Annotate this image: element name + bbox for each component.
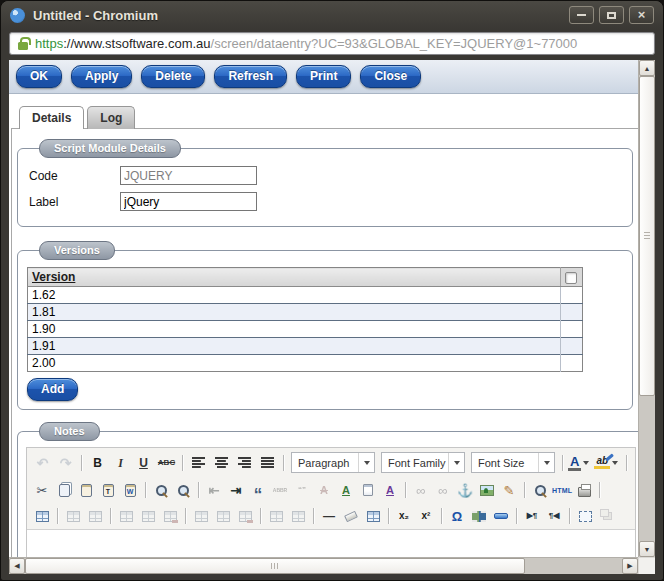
insert-table-button[interactable]	[32, 507, 52, 526]
print-button[interactable]: Print	[296, 65, 351, 88]
image-button[interactable]	[477, 481, 497, 500]
ok-button[interactable]: OK	[16, 65, 62, 88]
close-button[interactable]: Close	[360, 65, 421, 88]
scroll-up-button[interactable]: ▲	[639, 60, 655, 76]
paste-button[interactable]	[76, 481, 96, 500]
version-select-cell[interactable]	[561, 355, 583, 372]
apply-button[interactable]: Apply	[71, 65, 132, 88]
horizontal-scrollbar[interactable]: ◀ ▶	[9, 557, 638, 574]
advanced-hr-button[interactable]	[491, 507, 511, 526]
version-select-cell[interactable]	[561, 321, 583, 338]
editor-content-area[interactable]	[27, 529, 635, 557]
dropdown-arrow-icon[interactable]	[612, 461, 618, 465]
merge-cells-icon	[292, 511, 305, 522]
inserted-text-button[interactable]: A	[336, 481, 356, 500]
version-select-cell[interactable]	[561, 338, 583, 355]
superscript-button[interactable]: x²	[416, 507, 436, 526]
align-left-button[interactable]	[188, 452, 209, 473]
maximize-button[interactable]	[599, 6, 624, 24]
label-input[interactable]	[120, 192, 257, 211]
align-justify-button[interactable]	[257, 452, 278, 473]
scroll-down-button[interactable]: ▼	[639, 541, 655, 557]
blockquote-button[interactable]: “	[248, 481, 268, 500]
align-center-button[interactable]	[211, 452, 232, 473]
url-protocol: https	[35, 36, 63, 51]
remove-format-button[interactable]	[341, 507, 361, 526]
copy-button[interactable]	[54, 481, 74, 500]
address-bar[interactable]: https ://www.stsoftware.com.au /screen/d…	[9, 32, 655, 55]
highlight-button[interactable]: ab	[594, 452, 621, 473]
version-row[interactable]: 1.81	[28, 304, 583, 321]
find-replace-button[interactable]	[173, 481, 193, 500]
dropdown-arrow-icon[interactable]	[538, 453, 554, 472]
toolbar-separator	[516, 508, 517, 524]
select-all-checkbox[interactable]	[565, 272, 577, 284]
tab-log[interactable]: Log	[87, 106, 135, 129]
indent-button[interactable]: ⇥	[226, 481, 246, 500]
bold-button[interactable]: B	[87, 452, 108, 473]
refresh-button[interactable]: Refresh	[214, 65, 287, 88]
char-style-button[interactable]: A	[380, 481, 400, 500]
outdent-button: ⇤	[204, 481, 224, 500]
special-character-button[interactable]: Ω	[447, 507, 467, 526]
superscript-icon: x²	[422, 511, 431, 521]
insert-row-before-button	[116, 507, 136, 526]
scroll-right-button[interactable]: ▶	[622, 558, 638, 574]
horizontal-rule-button[interactable]: —	[319, 507, 339, 526]
preview-button[interactable]	[530, 481, 550, 500]
details-tab-panel: Script Module Details Code Label Version…	[11, 128, 638, 557]
anchor-button[interactable]: ⚓	[455, 481, 475, 500]
delete-button[interactable]: Delete	[141, 65, 205, 88]
tab-details[interactable]: Details	[19, 106, 84, 129]
text-color-button[interactable]: A	[568, 452, 592, 473]
ltr-button[interactable]: ▶¶	[522, 507, 542, 526]
media-button[interactable]	[469, 507, 489, 526]
special-character-icon: Ω	[452, 510, 462, 523]
add-button[interactable]: Add	[27, 378, 78, 401]
paste-text-button[interactable]	[98, 481, 118, 500]
scroll-left-button[interactable]: ◀	[9, 558, 25, 574]
dropdown-arrow-icon[interactable]	[583, 461, 589, 465]
toggle-guidelines-button[interactable]	[363, 507, 383, 526]
cleanup-button[interactable]: ✎	[499, 481, 519, 500]
version-cell: 1.91	[28, 338, 561, 355]
dropdown-arrow-icon[interactable]	[358, 453, 374, 472]
paste-word-button[interactable]	[120, 481, 140, 500]
dropdown-arrow-icon[interactable]	[448, 453, 464, 472]
visual-blocks-button[interactable]	[575, 507, 595, 526]
font-family-select[interactable]: Font Family	[381, 452, 465, 473]
horizontal-scroll-thumb[interactable]	[25, 558, 525, 574]
html-button[interactable]: HTML	[552, 481, 572, 500]
rtl-button[interactable]: ¶◀	[544, 507, 564, 526]
paragraph-format-select[interactable]: Paragraph	[291, 452, 375, 473]
version-row[interactable]: 1.90	[28, 321, 583, 338]
label-field-row: Label	[29, 192, 624, 211]
vertical-scrollbar[interactable]: ▲ ▼	[638, 60, 655, 557]
attributes-button[interactable]	[358, 481, 378, 500]
find-button[interactable]	[151, 481, 171, 500]
underline-button[interactable]: U	[133, 452, 154, 473]
vertical-scroll-thumb[interactable]	[639, 76, 655, 396]
toolbar-separator	[185, 508, 186, 524]
version-select-cell[interactable]	[561, 287, 583, 304]
strikethrough-button[interactable]: ABC	[156, 452, 177, 473]
align-right-button[interactable]	[234, 452, 255, 473]
close-window-button[interactable]: ×	[629, 6, 654, 24]
align-right-icon	[238, 457, 251, 468]
version-row[interactable]: 1.62	[28, 287, 583, 304]
font-family-value: Font Family	[382, 457, 448, 469]
version-row[interactable]: 1.91	[28, 338, 583, 355]
version-row[interactable]: 2.00	[28, 355, 583, 372]
cell-properties-button	[85, 507, 105, 526]
minimize-button[interactable]	[569, 6, 594, 24]
font-size-select[interactable]: Font Size	[471, 452, 555, 473]
toolbar-separator	[524, 482, 525, 498]
version-column-header[interactable]: Version	[28, 268, 561, 287]
cut-button[interactable]: ✂	[32, 481, 52, 500]
underline-icon: U	[139, 457, 148, 469]
code-input[interactable]	[120, 166, 257, 185]
italic-button[interactable]: I	[110, 452, 131, 473]
subscript-button[interactable]: x₂	[394, 507, 414, 526]
version-select-cell[interactable]	[561, 304, 583, 321]
print-doc-button[interactable]	[574, 481, 594, 500]
